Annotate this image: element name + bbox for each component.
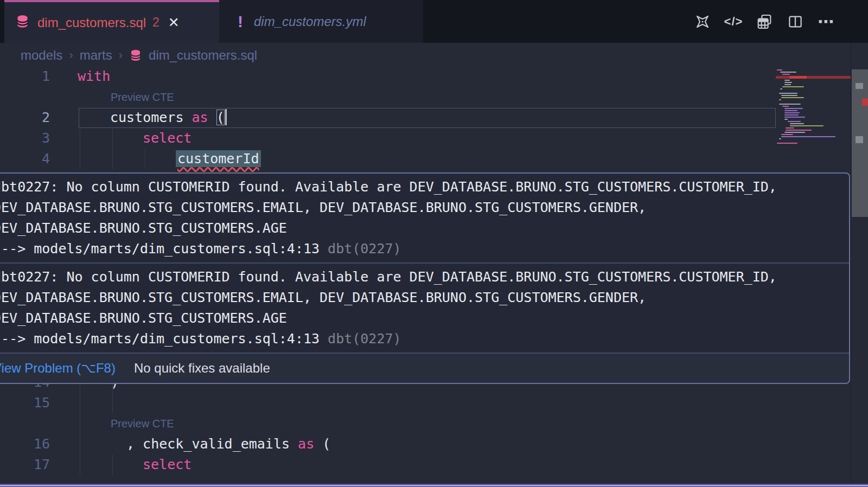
line-number[interactable]: 4 [0,149,50,169]
minimap-line [782,86,804,87]
minimap-line [780,72,796,73]
query-results-icon[interactable] [754,11,775,32]
breadcrumb-models[interactable]: models [21,48,62,63]
matched-bracket: ( [216,110,225,125]
open-compiled-code-icon[interactable]: </> [723,11,744,32]
minimap[interactable] [776,69,851,145]
code-lens-row: Preview CTE [0,87,776,107]
code-line-1: 1 with [0,66,776,87]
minimap-line [784,112,800,113]
minimap-line [777,143,797,144]
text-cursor [225,109,227,125]
indent-guide [80,372,80,475]
chevron-right-icon: › [69,48,73,62]
minimap-line [784,80,790,81]
minimap-line [790,125,824,126]
breadcrumb-file[interactable]: dim_customers.sql [149,48,257,63]
breadcrumb: models › marts › dim_customers.sql [21,43,257,68]
editor-actions: </> ⋯ [692,0,837,43]
error-hover-popup: dbt0227: No column CUSTOMERID found. Ava… [0,172,850,384]
minimap-line [781,97,804,98]
line-number[interactable]: 3 [0,128,50,149]
scrollbar-thumb[interactable] [852,69,868,217]
minimap-line [779,104,801,105]
minimap-line [782,106,789,107]
minimap-line [779,99,781,100]
minimap-line [784,119,788,120]
error-message-block: dbt0227: No column CUSTOMERID found. Ava… [0,264,849,353]
database-icon [15,14,30,31]
error-message-block: dbt0227: No column CUSTOMERID found. Ava… [0,174,849,262]
close-tab-icon[interactable]: ✕ [168,16,180,29]
minimap-line [786,130,812,131]
minimap-line [784,82,792,83]
database-icon [129,49,142,62]
minimap-line [779,93,797,94]
error-token: customerId [176,150,261,167]
editor-minimap-divider [851,43,851,484]
indent-guide [80,128,80,169]
tab-title: dim_customers.sql [37,15,146,30]
code-line-16: 16 , check_valid_emails as ( [0,434,776,454]
split-editor-icon[interactable] [785,11,806,32]
preview-cte-lens[interactable]: Preview CTE [111,87,174,107]
minimap-line [784,117,805,118]
view-problem-link[interactable]: View Problem (⌥F8) [0,361,116,376]
minimap-line [779,138,781,139]
minimap-line [784,132,805,133]
overview-ruler-mark [856,83,863,89]
tab-dim-customers-sql[interactable]: dim_customers.sql 2 ✕ [4,0,219,43]
code-line-2: 2 customers as ( [0,107,776,128]
tab-dim-customers-yml[interactable]: ! dim_customers.yml [219,0,423,43]
dbt-logo-icon[interactable] [692,11,713,32]
minimap-line [784,110,797,111]
line-number[interactable]: 17 [0,454,50,475]
minimap-line [781,136,835,137]
breadcrumb-marts[interactable]: marts [80,48,112,63]
minimap-line [784,108,803,109]
problem-count-badge: 2 [152,15,159,30]
error-source-code: dbt(0227) [328,331,401,347]
overview-ruler-error-mark [862,99,868,106]
preview-cte-lens[interactable]: Preview CTE [111,413,174,434]
panel-top-border [0,484,868,487]
tab-bar: dim_customers.sql 2 ✕ ! dim_customers.ym… [0,0,868,43]
indent-guide [145,149,145,169]
minimap-line [784,84,791,85]
indent-guide [112,128,113,169]
minimap-line [782,74,790,75]
code-line-17: 17 select [0,454,776,475]
more-actions-icon[interactable]: ⋯ [816,11,837,32]
chevron-right-icon: › [119,48,123,62]
minimap-line [781,95,797,96]
line-number-active[interactable]: 2 [0,107,50,128]
line-number[interactable]: 16 [0,434,50,454]
minimap-line [786,127,794,129]
minimap-line [781,134,793,135]
no-quick-fixes-text: No quick fixes available [134,361,270,376]
tab-title: dim_customers.yml [254,14,366,29]
indent-guide [112,454,113,475]
code-line-4: 4 customerId [0,149,776,169]
minimap-line [776,76,851,79]
minimap-line [788,121,801,122]
popup-footer: View Problem (⌥F8) No quick fixes availa… [0,353,849,383]
minimap-line [784,114,799,116]
warning-icon: ! [238,12,243,31]
error-source-code: dbt(0227) [328,241,401,257]
line-number[interactable]: 15 [0,393,50,413]
code-lens-row: Preview CTE [0,413,776,434]
code-line-3: 3 select [0,128,776,149]
code-line-15: 15 [0,393,776,413]
minimap-line [790,123,804,124]
overview-ruler-mark [856,136,863,143]
minimap-line [777,69,782,71]
minimap-line [780,88,782,89]
line-number[interactable]: 1 [0,66,50,87]
